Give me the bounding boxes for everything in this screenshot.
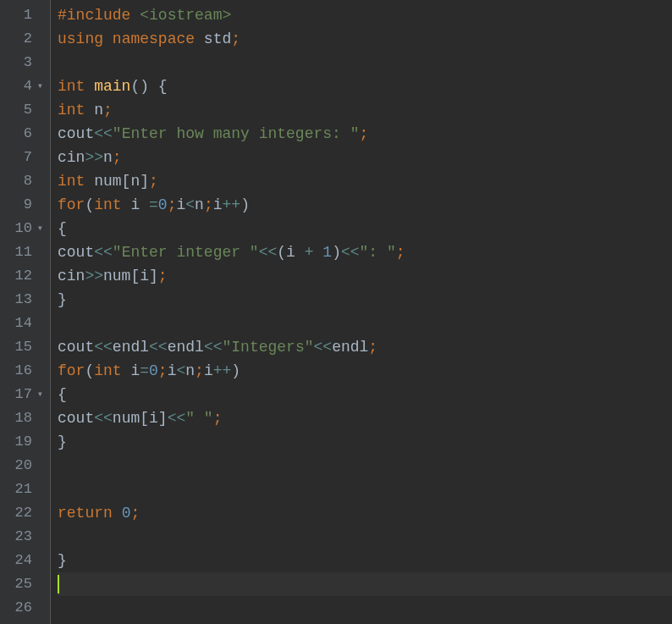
- code-token: <<: [259, 240, 278, 264]
- line-number: 20: [15, 454, 32, 478]
- line-number: 4: [24, 75, 32, 98]
- code-token: main: [94, 75, 130, 98]
- fold-marker-icon[interactable]: ▾: [35, 217, 43, 240]
- fold-marker-icon[interactable]: ▾: [35, 383, 43, 406]
- code-line[interactable]: {: [58, 383, 672, 406]
- code-line[interactable]: }: [58, 430, 672, 454]
- code-token: endl: [168, 335, 204, 359]
- gutter-line[interactable]: 3: [3, 51, 43, 75]
- code-line[interactable]: int n;: [58, 98, 672, 122]
- code-token: n: [85, 98, 103, 122]
- code-token: ;: [359, 122, 368, 146]
- code-token: [103, 27, 113, 51]
- code-line[interactable]: for(int i=0;i<n;i++): [58, 359, 672, 383]
- gutter-line[interactable]: 8: [3, 169, 43, 193]
- code-line[interactable]: [58, 454, 672, 478]
- gutter-line[interactable]: 12: [3, 264, 43, 288]
- code-line[interactable]: [58, 596, 672, 620]
- gutter-line[interactable]: 4▾: [3, 75, 43, 98]
- code-line[interactable]: cin>>num[i];: [58, 264, 672, 288]
- line-number: 3: [24, 51, 32, 75]
- line-number: 8: [24, 169, 32, 193]
- code-token: i: [168, 359, 177, 383]
- code-line[interactable]: cout<<"Enter integer "<<(i + 1)<<": ";: [58, 240, 672, 264]
- gutter-line[interactable]: 20: [3, 454, 43, 478]
- code-token: cin: [58, 264, 85, 288]
- code-line[interactable]: {: [58, 217, 672, 240]
- code-token: "Enter integer ": [113, 240, 259, 264]
- code-line[interactable]: using namespace std;: [58, 27, 672, 51]
- code-token: 1: [322, 240, 332, 264]
- gutter-line[interactable]: 6: [3, 122, 43, 146]
- code-line[interactable]: int num[n];: [58, 169, 672, 193]
- code-line[interactable]: cin>>n;: [58, 146, 672, 169]
- code-token: ;: [368, 335, 377, 359]
- code-token: "Integers": [222, 335, 313, 359]
- line-number-gutter[interactable]: 1234▾5678910▾11121314151617▾181920212223…: [0, 0, 51, 624]
- gutter-line[interactable]: 1: [3, 3, 43, 27]
- fold-marker-icon[interactable]: ▾: [35, 75, 43, 98]
- code-token: "Enter how many integers: ": [113, 122, 360, 146]
- code-token: }: [58, 288, 67, 312]
- gutter-line[interactable]: 13: [3, 288, 43, 312]
- code-line[interactable]: int main() {: [58, 75, 672, 98]
- line-number: 21: [15, 478, 32, 501]
- code-token: <<: [94, 122, 113, 146]
- gutter-line[interactable]: 9: [3, 193, 43, 217]
- code-line[interactable]: [58, 478, 672, 501]
- code-line[interactable]: [58, 51, 672, 75]
- code-token: ;: [396, 240, 405, 264]
- code-line[interactable]: return 0;: [58, 501, 672, 525]
- gutter-line[interactable]: 5: [3, 98, 43, 122]
- code-token: ++: [213, 359, 232, 383]
- code-line[interactable]: #include <iostream>: [58, 3, 672, 27]
- code-token: ++: [223, 193, 241, 217]
- gutter-line[interactable]: 19: [3, 430, 43, 454]
- line-number: 22: [15, 501, 32, 525]
- code-token: cout: [58, 406, 94, 430]
- code-token: using: [58, 27, 103, 51]
- code-token: [149, 75, 158, 98]
- gutter-line[interactable]: 11: [3, 240, 43, 264]
- line-number: 7: [24, 146, 32, 169]
- code-token: 0: [122, 501, 131, 525]
- code-token: ;: [130, 501, 140, 525]
- line-number: 25: [15, 572, 32, 596]
- code-line[interactable]: cout<<endl<<endl<<"Integers"<<endl;: [58, 335, 672, 359]
- code-token: 0: [149, 359, 158, 383]
- code-token: ": ": [360, 240, 396, 264]
- gutter-line[interactable]: 24: [3, 549, 43, 572]
- code-line[interactable]: for(int i =0;i<n;i++): [58, 193, 672, 217]
- code-token: i: [204, 359, 213, 383]
- gutter-line[interactable]: 14: [3, 312, 43, 335]
- gutter-line[interactable]: 23: [3, 525, 43, 549]
- gutter-line[interactable]: 18: [3, 406, 43, 430]
- code-token: int: [94, 359, 121, 383]
- code-token: #include: [58, 3, 130, 27]
- gutter-line[interactable]: 7: [3, 146, 43, 169]
- code-token: {: [58, 383, 67, 406]
- code-token: int: [58, 98, 85, 122]
- code-line[interactable]: [58, 572, 672, 596]
- gutter-line[interactable]: 16: [3, 359, 43, 383]
- gutter-line[interactable]: 25: [3, 572, 43, 596]
- code-token: <<: [314, 335, 333, 359]
- gutter-line[interactable]: 22: [3, 501, 43, 525]
- gutter-line[interactable]: 15: [3, 335, 43, 359]
- gutter-line[interactable]: 17▾: [3, 383, 43, 406]
- gutter-line[interactable]: 21: [3, 478, 43, 501]
- line-number: 9: [24, 193, 32, 217]
- code-line[interactable]: }: [58, 288, 672, 312]
- code-token: <<: [94, 335, 113, 359]
- line-number: 16: [15, 359, 32, 383]
- code-line[interactable]: [58, 525, 672, 549]
- code-line[interactable]: cout<<num[i]<<" ";: [58, 406, 672, 430]
- gutter-line[interactable]: 2: [3, 27, 43, 51]
- code-line[interactable]: [58, 312, 672, 335]
- code-line[interactable]: cout<<"Enter how many integers: ";: [58, 122, 672, 146]
- code-editor-area[interactable]: #include <iostream>using namespace std;i…: [51, 0, 672, 624]
- code-token: ;: [158, 264, 168, 288]
- code-line[interactable]: }: [58, 549, 672, 572]
- gutter-line[interactable]: 26: [3, 596, 43, 620]
- gutter-line[interactable]: 10▾: [3, 217, 43, 240]
